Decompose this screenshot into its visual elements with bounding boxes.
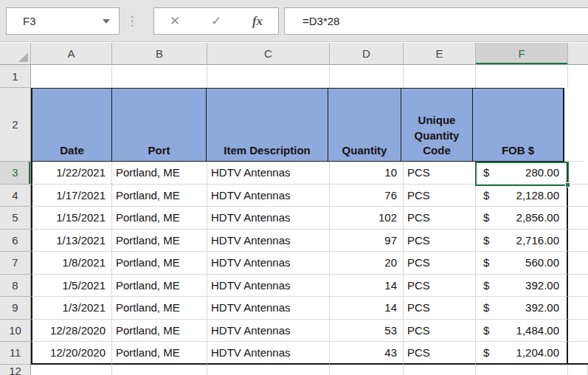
cell-fob[interactable]: $ 560.00 bbox=[476, 252, 568, 275]
cell-quantity-code[interactable]: PCS bbox=[404, 207, 476, 230]
cell-date[interactable]: 1/13/2021 bbox=[31, 230, 112, 252]
cell-filler[interactable] bbox=[568, 297, 588, 320]
cell-filler[interactable] bbox=[568, 252, 588, 275]
cell-c1[interactable] bbox=[207, 65, 330, 88]
cell-b12[interactable] bbox=[112, 365, 207, 375]
cell-fob[interactable]: $ 280.00 bbox=[476, 162, 568, 185]
cell-g12[interactable] bbox=[568, 365, 588, 375]
cell-fob[interactable]: $ 2,128.00 bbox=[476, 185, 568, 207]
cell-fob[interactable]: $ 392.00 bbox=[476, 275, 568, 297]
row-header[interactable]: 10 bbox=[0, 320, 31, 343]
cell-filler[interactable] bbox=[568, 207, 588, 230]
cell-quantity[interactable]: 14 bbox=[330, 297, 404, 320]
cell-quantity[interactable]: 76 bbox=[330, 185, 404, 207]
fill-handle[interactable] bbox=[565, 182, 570, 188]
cell-port[interactable]: Portland, ME bbox=[112, 162, 207, 185]
cell-fob[interactable]: $ 1,484.00 bbox=[476, 320, 568, 343]
cell-quantity-code[interactable]: PCS bbox=[404, 342, 476, 365]
column-header-f-selected[interactable]: F bbox=[476, 43, 568, 65]
cell-date[interactable]: 12/20/2020 bbox=[31, 342, 112, 365]
cell-date[interactable]: 1/8/2021 bbox=[31, 252, 112, 275]
column-header-e[interactable]: E bbox=[404, 43, 476, 65]
column-header-a[interactable]: A bbox=[31, 43, 112, 65]
cell-c12[interactable] bbox=[207, 365, 330, 375]
cell-item-description[interactable]: HDTV Antennas bbox=[207, 320, 330, 343]
row-header-12[interactable]: 12 bbox=[0, 365, 31, 375]
cell-f12[interactable] bbox=[476, 365, 568, 375]
cell-d12[interactable] bbox=[330, 365, 404, 375]
cell-a1[interactable] bbox=[31, 65, 112, 88]
cell-port[interactable]: Portland, ME bbox=[112, 275, 207, 297]
row-header-2[interactable]: 2 bbox=[0, 88, 31, 162]
cell-b1[interactable] bbox=[112, 65, 207, 88]
cell-item-description[interactable]: HDTV Antennas bbox=[207, 252, 330, 275]
cell-item-description[interactable]: HDTV Antennas bbox=[207, 230, 330, 252]
cell-port[interactable]: Portland, ME bbox=[112, 185, 207, 207]
header-cell-date[interactable]: Date bbox=[31, 88, 112, 162]
cell-a12[interactable] bbox=[31, 365, 112, 375]
row-header[interactable]: 8 bbox=[0, 275, 31, 297]
cell-f1[interactable] bbox=[476, 65, 568, 88]
row-header[interactable]: 3 bbox=[0, 162, 31, 185]
cell-fob[interactable]: $ 1,204.00 bbox=[476, 342, 568, 365]
enter-icon[interactable]: ✓ bbox=[201, 13, 231, 29]
cell-filler[interactable] bbox=[568, 162, 588, 185]
cell-port[interactable]: Portland, ME bbox=[112, 230, 207, 252]
header-cell-item-description[interactable]: Item Description bbox=[206, 88, 328, 162]
cell-item-description[interactable]: HDTV Antennas bbox=[207, 207, 330, 230]
column-header-partial[interactable] bbox=[568, 43, 588, 65]
cell-port[interactable]: Portland, ME bbox=[112, 342, 207, 365]
cell-filler[interactable] bbox=[568, 320, 588, 343]
cell-quantity[interactable]: 53 bbox=[330, 320, 404, 343]
cell-quantity[interactable]: 14 bbox=[330, 275, 404, 297]
cell-fob[interactable]: $ 392.00 bbox=[476, 297, 568, 320]
cell-quantity-code[interactable]: PCS bbox=[404, 252, 476, 275]
formula-bar[interactable]: =D3*28 bbox=[284, 7, 588, 35]
cell-date[interactable]: 12/28/2020 bbox=[31, 320, 112, 343]
cell-fob[interactable]: $ 2,856.00 bbox=[476, 207, 568, 230]
row-header[interactable]: 5 bbox=[0, 207, 31, 230]
cell-quantity[interactable]: 43 bbox=[330, 342, 404, 365]
cell-item-description[interactable]: HDTV Antennas bbox=[207, 185, 330, 207]
row-header[interactable]: 9 bbox=[0, 297, 31, 320]
cell-date[interactable]: 1/5/2021 bbox=[31, 275, 112, 297]
column-header-b[interactable]: B bbox=[112, 43, 207, 65]
name-box-dropdown-icon[interactable] bbox=[103, 19, 110, 24]
cell-d1[interactable] bbox=[330, 65, 404, 88]
row-header[interactable]: 11 bbox=[0, 342, 31, 365]
cell-port[interactable]: Portland, ME bbox=[112, 320, 207, 343]
select-all-corner[interactable] bbox=[0, 43, 31, 65]
cell-port[interactable]: Portland, ME bbox=[112, 297, 207, 320]
cell-quantity-code[interactable]: PCS bbox=[404, 185, 476, 207]
cell-quantity-code[interactable]: PCS bbox=[404, 162, 476, 185]
cell-item-description[interactable]: HDTV Antennas bbox=[207, 162, 330, 185]
cell-date[interactable]: 1/22/2021 bbox=[31, 162, 112, 185]
cell-item-description[interactable]: HDTV Antennas bbox=[207, 275, 330, 297]
cell-g2[interactable] bbox=[564, 88, 584, 162]
cell-date[interactable]: 1/15/2021 bbox=[31, 207, 112, 230]
cell-quantity[interactable]: 102 bbox=[330, 207, 404, 230]
cell-g1[interactable] bbox=[568, 65, 588, 88]
cell-port[interactable]: Portland, ME bbox=[112, 207, 207, 230]
cell-quantity-code[interactable]: PCS bbox=[404, 297, 476, 320]
cell-quantity[interactable]: 20 bbox=[330, 252, 404, 275]
cell-item-description[interactable]: HDTV Antennas bbox=[207, 297, 330, 320]
cell-quantity-code[interactable]: PCS bbox=[404, 230, 476, 252]
header-cell-quantity[interactable]: Quantity bbox=[328, 88, 401, 162]
cell-quantity[interactable]: 10 bbox=[330, 162, 404, 185]
formula-value[interactable]: =D3*28 bbox=[285, 15, 339, 27]
cell-item-description[interactable]: HDTV Antennas bbox=[207, 342, 330, 365]
header-cell-fob[interactable]: FOB $ bbox=[472, 88, 564, 162]
cell-e1[interactable] bbox=[404, 65, 476, 88]
cancel-icon[interactable]: ✕ bbox=[160, 13, 190, 29]
cell-fob[interactable]: $ 2,716.00 bbox=[476, 230, 568, 252]
row-header-1[interactable]: 1 bbox=[0, 65, 31, 88]
cell-filler[interactable] bbox=[568, 275, 588, 297]
cell-date[interactable]: 1/3/2021 bbox=[31, 297, 112, 320]
cell-quantity[interactable]: 97 bbox=[330, 230, 404, 252]
cell-filler[interactable] bbox=[568, 230, 588, 252]
row-header[interactable]: 4 bbox=[0, 185, 31, 207]
cell-port[interactable]: Portland, ME bbox=[112, 252, 207, 275]
row-header[interactable]: 7 bbox=[0, 252, 31, 275]
cell-e12[interactable] bbox=[404, 365, 476, 375]
